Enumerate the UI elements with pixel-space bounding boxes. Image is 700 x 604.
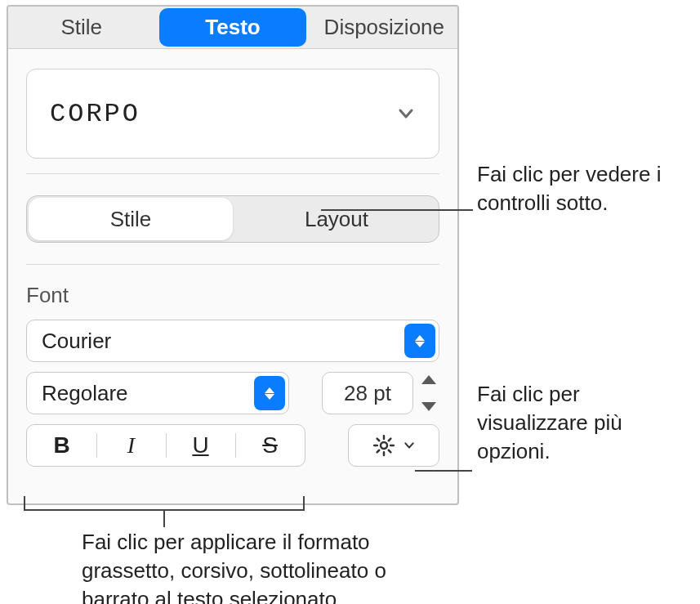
paragraph-style-name: CORPO: [50, 99, 140, 129]
bold-button[interactable]: B: [27, 425, 96, 466]
font-size-input[interactable]: 28 pt: [322, 372, 413, 414]
font-size-field: 28 pt: [309, 372, 439, 414]
text-style-group: B I U S: [26, 424, 305, 467]
strikethrough-button[interactable]: S: [235, 425, 305, 466]
callout-leader: [415, 470, 472, 472]
underline-button[interactable]: U: [166, 425, 235, 466]
tab-stile[interactable]: Stile: [8, 8, 154, 47]
stepper-down[interactable]: [421, 402, 436, 411]
font-size-stepper: [418, 372, 439, 414]
subtab-stile[interactable]: Stile: [29, 198, 233, 240]
italic-button[interactable]: I: [96, 425, 166, 466]
gear-icon: [372, 433, 396, 458]
chevron-down-icon: [396, 104, 416, 123]
chevron-down-icon: [403, 439, 416, 452]
tab-disposizione[interactable]: Disposizione: [311, 8, 457, 47]
callout-subtabs: Fai clic per vedere i controlli sotto.: [477, 160, 696, 217]
divider: [26, 173, 439, 174]
callout-leader: [163, 509, 165, 527]
advanced-options-button[interactable]: [348, 424, 439, 467]
format-inspector-panel: Stile Testo Disposizione CORPO Stile Lay…: [7, 5, 459, 505]
stepper-up[interactable]: [421, 375, 436, 384]
svg-point-0: [381, 442, 387, 449]
popup-arrows-icon: [254, 376, 285, 410]
font-typeface-popup[interactable]: Regolare: [26, 372, 289, 414]
inspector-top-tabs: Stile Testo Disposizione: [8, 7, 457, 49]
paragraph-style-picker[interactable]: CORPO: [26, 69, 439, 159]
tab-testo[interactable]: Testo: [159, 8, 305, 47]
popup-arrows-icon: [404, 324, 435, 358]
font-family-value: Courier: [42, 329, 111, 354]
callout-advanced-options: Fai clic per visualizzare più opzioni.: [477, 380, 681, 466]
font-family-popup[interactable]: Courier: [26, 320, 439, 362]
callout-text-style-group: Fai clic per applicare il formato grasse…: [82, 528, 457, 604]
callout-leader: [321, 209, 473, 211]
font-typeface-value: Regolare: [42, 381, 128, 406]
text-subtabs: Stile Layout: [26, 195, 439, 243]
subtab-layout[interactable]: Layout: [234, 196, 439, 242]
divider: [26, 264, 439, 265]
font-section-label: Font: [26, 283, 439, 308]
